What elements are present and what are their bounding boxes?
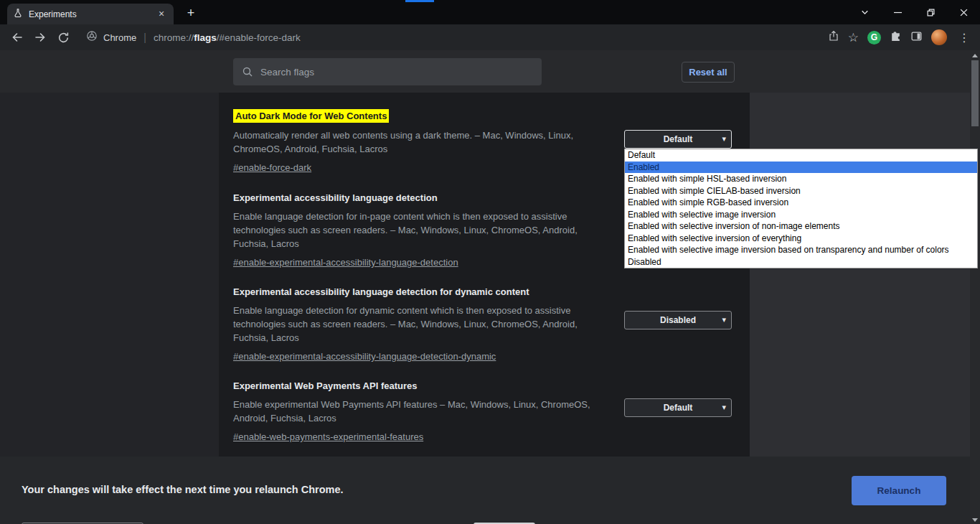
flag-permalink[interactable]: #enable-experimental-accessibility-langu… [233,257,458,268]
flag-title: Experimental Web Payments API features [233,380,417,391]
flag-title: Experimental accessibility language dete… [233,192,438,203]
flag-permalink[interactable]: #enable-force-dark [233,162,311,173]
flag-entry-web-payments-api: Experimental Web Payments API features E… [233,379,613,443]
left-gutter [0,93,219,457]
chevron-down-icon: ▾ [722,134,726,144]
url-host: flags [194,32,217,43]
loading-indicator-bar [405,0,434,2]
flag-permalink[interactable]: #enable-web-payments-experimental-featur… [233,431,423,442]
dropdown-option[interactable]: Enabled with simple CIELAB-based inversi… [625,185,977,197]
omnibox-divider: | [143,32,146,43]
window-controls [848,0,980,24]
tab-title: Experiments [29,9,155,19]
right-panel [750,93,970,457]
dropdown-option[interactable]: Disabled [625,256,977,268]
dropdown-option[interactable]: Enabled with simple HSL-based inversion [625,173,977,185]
share-icon[interactable] [828,30,839,45]
flag-description: Enable language detection for in-page co… [233,210,611,251]
search-flags-input[interactable] [233,58,542,85]
flag-entry-accessibility-language-detection-dynamic: Experimental accessibility language dete… [233,285,613,362]
minimize-button[interactable] [881,0,914,24]
reload-button[interactable] [53,27,73,47]
scrollbar[interactable] [970,50,980,524]
flags-page: Reset all Auto Dark Mode for Web Content… [0,50,980,524]
flag-title: Experimental accessibility language dete… [233,286,529,297]
flag-select-web-payments[interactable]: Default ▾ [624,398,732,417]
window-titlebar: Experiments × + [0,0,980,24]
new-tab-button[interactable]: + [182,5,199,22]
flag-entry-auto-dark-mode: Auto Dark Mode for Web Contents Automati… [233,109,613,174]
omnibox[interactable]: Chrome | chrome://flags/#enable-force-da… [86,30,301,45]
extensions-puzzle-icon[interactable] [890,30,902,45]
flag-entry-accessibility-language-detection: Experimental accessibility language dete… [233,191,613,268]
dropdown-option[interactable]: Enabled with simple RGB-based inversion [625,197,977,209]
tab-close-icon[interactable]: × [155,8,168,21]
select-value: Default [664,403,693,413]
engine-label: Chrome [103,32,136,43]
browser-menu-kebab-icon[interactable]: ⋮ [956,31,973,45]
bookmark-star-icon[interactable]: ☆ [848,32,859,44]
flag-title: Auto Dark Mode for Web Contents [233,109,389,123]
flag-description: Enable language detection for dynamic co… [233,304,611,345]
relaunch-message: Your changes will take effect the next t… [22,484,344,495]
dropdown-option[interactable]: Default [625,149,977,162]
chevron-down-icon: ▾ [722,403,726,412]
select-value: Disabled [660,315,696,325]
experiments-flask-icon [13,8,23,21]
dropdown-option[interactable]: Enabled with selective inversion of ever… [625,233,977,245]
maximize-restore-button[interactable] [914,0,947,24]
browser-toolbar: Chrome | chrome://flags/#enable-force-da… [0,24,980,50]
reset-all-button[interactable]: Reset all [682,62,735,83]
select-value: Default [664,134,693,144]
back-button[interactable] [7,27,27,47]
profile-avatar[interactable] [931,29,947,45]
url-text[interactable]: chrome://flags/#enable-force-dark [154,32,301,43]
relaunch-button[interactable]: Relaunch [852,476,946,505]
dropdown-option[interactable]: Enabled with selective inversion of non-… [625,220,977,233]
flag-permalink[interactable]: #enable-experimental-accessibility-langu… [233,351,496,362]
chevron-down-icon: ▾ [722,315,726,324]
flag-description: Automatically render all web contents us… [233,128,611,156]
search-flags-box [233,58,542,85]
flag-description: Enable experimental Web Payments API fea… [233,398,611,425]
select-dropdown-list: Default Enabled Enabled with simple HSL-… [624,149,978,268]
scrollbar-up-arrow[interactable] [972,54,978,57]
flag-select-auto-dark-mode[interactable]: Default ▾ [624,130,732,149]
tab-search-chevron-icon[interactable] [848,0,881,24]
flag-select-accessibility-dynamic[interactable]: Disabled ▾ [624,311,732,329]
side-panel-icon[interactable] [910,30,923,45]
dropdown-option[interactable]: Enabled with selective image inversion [625,209,977,221]
toolbar-actions: ☆ G ⋮ [828,29,973,45]
scrollbar-down-arrow[interactable] [972,518,978,522]
browser-tab-experiments[interactable]: Experiments × [7,4,174,24]
close-window-button[interactable] [947,0,980,24]
dropdown-option-selected[interactable]: Enabled [625,162,977,174]
dropdown-option[interactable]: Enabled with selective image inversion b… [625,244,977,256]
chrome-logo-icon [86,30,98,45]
url-scheme: chrome:// [154,32,194,43]
grammarly-extension-icon[interactable]: G [867,31,881,45]
forward-button[interactable] [30,27,50,47]
scrollbar-thumb[interactable] [971,60,979,126]
url-path: /#enable-force-dark [217,32,301,43]
